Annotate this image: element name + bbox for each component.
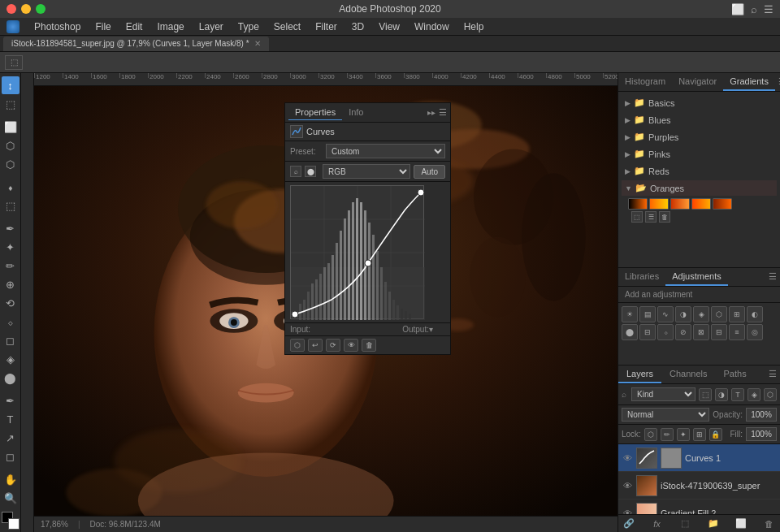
channel-icon-1[interactable]: ⌕: [290, 166, 301, 177]
tool-clone[interactable]: ⊕: [2, 275, 20, 293]
adj-threshold[interactable]: ⊟: [711, 324, 727, 340]
tab-info[interactable]: Info: [342, 105, 370, 120]
tool-blur[interactable]: ◈: [2, 350, 20, 368]
layer-pixel-icon[interactable]: ⬚: [699, 388, 712, 401]
tool-path-select[interactable]: ↗: [2, 429, 20, 447]
gradient-swatch-2[interactable]: [649, 198, 669, 210]
menu-layer[interactable]: Layer: [193, 19, 230, 34]
adj-levels[interactable]: ▤: [639, 306, 656, 322]
menu-window[interactable]: Window: [408, 19, 456, 34]
menu-select[interactable]: Select: [267, 19, 307, 34]
adj-brightness[interactable]: ☀: [622, 306, 638, 322]
tab-paths[interactable]: Paths: [716, 365, 755, 383]
kind-select[interactable]: Kind: [631, 387, 696, 401]
gradient-group-header-blues[interactable]: ▶ 📁 Blues: [622, 112, 777, 128]
tool-eraser[interactable]: ⬦: [2, 313, 20, 331]
tool-crop[interactable]: ⬧: [2, 178, 20, 196]
fullscreen-button[interactable]: [36, 4, 46, 14]
top-panel-menu[interactable]: ☰: [775, 73, 780, 91]
swatch-delete-icon[interactable]: 🗑: [659, 211, 670, 223]
panel-expand-icon[interactable]: ▸▸: [427, 108, 436, 117]
adj-posterize[interactable]: ⊠: [693, 324, 709, 340]
layer-row-curves1[interactable]: 👁 Curves 1: [618, 444, 780, 472]
layer-row-gradient[interactable]: 👁 Gradient Fill 2: [618, 500, 780, 514]
layer-smart-icon[interactable]: ⬡: [764, 388, 777, 401]
reset-button[interactable]: ⟳: [326, 339, 340, 352]
tool-pen[interactable]: ✒: [2, 391, 20, 409]
layer-row-istock[interactable]: 👁 iStock-471900639_super: [618, 472, 780, 500]
adj-hue[interactable]: ⬡: [711, 306, 727, 322]
layer-eye-curves1[interactable]: 👁: [622, 453, 633, 463]
tool-brush[interactable]: ✏: [2, 257, 20, 275]
layers-panel-menu[interactable]: ☰: [765, 365, 780, 383]
gradient-group-header-basics[interactable]: ▶ 📁 Basics: [622, 95, 777, 110]
preset-select[interactable]: Custom: [326, 144, 445, 158]
channel-select[interactable]: RGB: [323, 164, 410, 179]
adj-gradient-map[interactable]: ≡: [729, 324, 745, 340]
delete-button[interactable]: 🗑: [362, 339, 376, 352]
menu-photoshop[interactable]: Photoshop: [28, 19, 87, 34]
visibility-button[interactable]: 👁: [344, 339, 358, 352]
delete-layer-btn[interactable]: 🗑: [762, 517, 777, 530]
tool-quick-select[interactable]: ⬡: [2, 155, 20, 173]
layer-type-icon[interactable]: T: [731, 388, 744, 401]
panel-menu-icon[interactable]: ☰: [439, 107, 447, 118]
document-tab[interactable]: iStock-181894581_super.jpg @ 17,9% (Curv…: [3, 37, 269, 51]
menu-filter[interactable]: Filter: [309, 19, 344, 34]
lock-position[interactable]: ✦: [677, 428, 690, 441]
gradient-group-header-pinks[interactable]: ▶ 📁 Pinks: [622, 146, 777, 162]
new-group-btn[interactable]: 📁: [706, 517, 721, 530]
tool-dodge[interactable]: ⬤: [2, 369, 20, 387]
clip-button[interactable]: ⬡: [290, 339, 305, 352]
opacity-input[interactable]: [746, 408, 777, 422]
color-swatch[interactable]: [2, 512, 20, 530]
swatch-list-icon[interactable]: ☰: [645, 211, 656, 223]
adj-selective-color[interactable]: ◎: [747, 324, 763, 340]
canvas-content[interactable]: Properties Info ▸▸ ☰ Curves Preset: Cust…: [34, 86, 618, 516]
layer-shape-icon[interactable]: ◈: [748, 388, 760, 401]
tool-type[interactable]: T: [2, 410, 20, 428]
tab-gradients[interactable]: Gradients: [723, 73, 775, 91]
lock-artboard[interactable]: ⊞: [693, 428, 706, 441]
layer-eye-istock[interactable]: 👁: [622, 481, 633, 491]
prev-state-button[interactable]: ↩: [308, 339, 323, 352]
document-tab-close[interactable]: ✕: [254, 39, 261, 48]
adj-photo-filter[interactable]: ⬤: [622, 324, 638, 340]
menu-view[interactable]: View: [372, 19, 406, 34]
tab-channels[interactable]: Channels: [661, 365, 715, 383]
swatch-grid-icon[interactable]: ⬚: [631, 211, 643, 223]
adj-channel-mixer[interactable]: ⊟: [639, 324, 656, 340]
close-button[interactable]: [6, 4, 16, 14]
channel-icon-2[interactable]: ⬤: [305, 166, 316, 177]
tool-artboard[interactable]: ⬚: [2, 95, 20, 113]
tool-eyedropper[interactable]: ✒: [2, 219, 20, 237]
minimize-button[interactable]: [21, 4, 31, 14]
mid-panel-menu[interactable]: ☰: [765, 268, 780, 286]
tab-properties[interactable]: Properties: [288, 105, 342, 120]
tool-heal[interactable]: ✦: [2, 238, 20, 256]
layer-eye-gradient[interactable]: 👁: [622, 508, 633, 515]
gradient-swatch-5[interactable]: [713, 198, 732, 210]
menu-type[interactable]: Type: [232, 19, 266, 34]
tool-history-brush[interactable]: ⟲: [2, 294, 20, 312]
gradient-swatch-4[interactable]: [691, 198, 711, 210]
tool-shape[interactable]: ◻: [2, 448, 20, 465]
auto-button[interactable]: Auto: [414, 165, 445, 179]
lock-all[interactable]: 🔒: [709, 428, 722, 441]
new-layer-btn[interactable]: ⬜: [734, 517, 748, 530]
fill-input[interactable]: [746, 427, 777, 441]
link-layers-btn[interactable]: 🔗: [622, 517, 636, 530]
tab-layers[interactable]: Layers: [618, 365, 661, 383]
add-mask-btn[interactable]: ⬚: [678, 517, 692, 530]
fx-btn[interactable]: fx: [650, 517, 665, 530]
tab-libraries[interactable]: Libraries: [618, 268, 665, 286]
adj-curves[interactable]: ∿: [657, 306, 674, 322]
tab-navigator[interactable]: Navigator: [672, 73, 723, 91]
menu-help[interactable]: Help: [457, 19, 491, 34]
adj-color-balance[interactable]: ⊞: [729, 306, 745, 322]
gradient-swatch-1[interactable]: [628, 198, 648, 210]
tool-hand[interactable]: ✋: [2, 470, 20, 488]
adj-color-lookup[interactable]: ⬦: [657, 324, 674, 340]
background-color[interactable]: [8, 518, 20, 530]
menu-3d[interactable]: 3D: [345, 19, 370, 34]
